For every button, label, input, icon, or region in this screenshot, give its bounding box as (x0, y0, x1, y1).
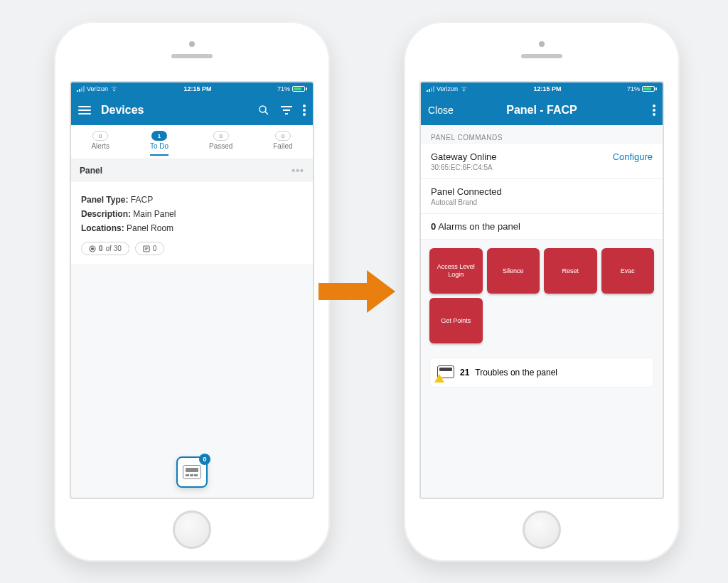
svg-point-14 (653, 109, 655, 112)
notes-count: 0 (153, 245, 157, 252)
page-title: Devices (101, 104, 144, 117)
svg-point-13 (653, 105, 655, 107)
troubles-text: Troubles on the panel (475, 368, 557, 378)
configure-link[interactable]: Configure (613, 151, 653, 162)
section-panel-header: Panel ••• (71, 159, 313, 182)
wifi-icon (460, 86, 468, 92)
phone-speaker (521, 54, 562, 58)
battery-pct: 71% (277, 85, 290, 92)
svg-point-0 (259, 106, 266, 112)
status-bar: Verizon 12:15 PM 71% (421, 82, 663, 95)
cmd-access-login[interactable]: Access Level Login (429, 248, 483, 294)
alarms-text: Alarms on the panel (438, 221, 520, 232)
status-bar: Verizon 12:15 PM 71% (71, 82, 313, 95)
floating-panel-button[interactable]: 0 (176, 456, 208, 488)
tab-todo[interactable]: 1 To Do (150, 131, 168, 156)
trouble-icon (437, 365, 454, 380)
prop-desc-label: Description: (81, 209, 131, 219)
tab-label: To Do (150, 142, 168, 150)
row-panel-connected[interactable]: Panel Connected Autocall Brand (421, 179, 663, 214)
target-icon (89, 245, 96, 252)
panel-title: Panel Connected (431, 186, 502, 197)
tab-label: Passed (209, 142, 232, 150)
svg-point-6 (303, 109, 306, 112)
status-tabs: 0 Alerts 1 To Do 0 Passed 0 Failed (71, 125, 313, 159)
filter-icon[interactable] (280, 105, 293, 115)
section-more-icon[interactable]: ••• (291, 165, 304, 176)
page-title: Panel - FACP (506, 104, 577, 117)
tab-label: Alerts (91, 142, 109, 150)
phone-frame-right: Verizon 12:15 PM 71% Close Panel - FACP … (404, 21, 680, 562)
signal-icon (427, 86, 434, 92)
home-button[interactable] (523, 510, 561, 549)
status-time: 12:15 PM (533, 85, 561, 92)
wifi-icon (110, 86, 118, 92)
panel-brand: Autocall Brand (431, 198, 502, 206)
screen-left: Verizon 12:15 PM 71% Devices 0 (70, 81, 314, 499)
menu-icon[interactable] (78, 106, 91, 114)
svg-line-1 (265, 112, 268, 114)
close-button[interactable]: Close (428, 105, 454, 116)
cmd-reset[interactable]: Reset (544, 248, 597, 294)
more-icon[interactable] (303, 105, 306, 116)
carrier-label: Verizon (437, 85, 458, 92)
tab-count: 0 (275, 131, 291, 141)
prop-loc-value: Panel Room (127, 223, 173, 233)
prop-type-value: FACP (131, 195, 153, 205)
tab-count: 0 (213, 131, 229, 141)
panel-commands-heading: PANEL COMMANDS (421, 125, 663, 144)
section-title: Panel (80, 166, 102, 176)
search-icon[interactable] (257, 104, 270, 117)
prop-type-label: Panel Type: (81, 195, 128, 205)
battery-icon (642, 86, 657, 92)
note-icon (143, 245, 150, 252)
screen-right: Verizon 12:15 PM 71% Close Panel - FACP … (419, 81, 664, 499)
svg-point-5 (303, 105, 306, 107)
gateway-mac: 30:65:EC:6F:C4:5A (431, 164, 497, 171)
gateway-title: Gateway Online (431, 151, 497, 162)
svg-point-9 (92, 247, 94, 250)
chip-progress[interactable]: 0 of 30 (81, 242, 129, 255)
carrier-label: Verizon (87, 85, 108, 92)
device-card[interactable]: Panel Type: FACP Description: Main Panel… (71, 182, 313, 264)
navbar-panel: Close Panel - FACP (421, 95, 663, 125)
progress-of: of 30 (106, 245, 122, 252)
chip-notes[interactable]: 0 (135, 242, 165, 255)
svg-rect-10 (144, 246, 149, 252)
more-icon[interactable] (653, 105, 655, 116)
row-alarms[interactable]: 0 Alarms on the panel (421, 214, 663, 240)
svg-point-15 (653, 113, 655, 116)
row-troubles[interactable]: 21 Troubles on the panel (429, 358, 654, 387)
phone-camera (539, 41, 545, 47)
cmd-silence[interactable]: Silence (487, 248, 540, 294)
tab-count: 1 (151, 131, 167, 141)
signal-icon (77, 86, 85, 92)
floating-badge: 0 (199, 454, 210, 465)
command-grid: Access Level Login Silence Reset Evac Ge… (421, 240, 663, 352)
phone-camera (189, 41, 195, 47)
cmd-get-points[interactable]: Get Points (429, 298, 483, 343)
cmd-evac[interactable]: Evac (601, 248, 655, 294)
home-button[interactable] (173, 510, 211, 549)
tab-alerts[interactable]: 0 Alerts (91, 131, 109, 156)
troubles-count: 21 (460, 368, 469, 378)
navbar-devices: Devices (71, 95, 313, 125)
phone-speaker (171, 54, 213, 58)
alarms-count: 0 (431, 221, 436, 232)
battery-pct: 71% (627, 85, 640, 92)
row-gateway[interactable]: Gateway Online 30:65:EC:6F:C4:5A Configu… (421, 144, 663, 179)
tab-passed[interactable]: 0 Passed (209, 131, 232, 156)
prop-loc-label: Locations: (81, 223, 124, 233)
transition-arrow (318, 270, 404, 313)
progress-done: 0 (99, 245, 103, 252)
status-time: 12:15 PM (183, 85, 211, 92)
panel-icon (183, 465, 201, 479)
tab-count: 0 (92, 131, 108, 141)
battery-icon (292, 86, 307, 92)
prop-desc-value: Main Panel (133, 209, 176, 219)
tab-failed[interactable]: 0 Failed (273, 131, 292, 156)
phone-frame-left: Verizon 12:15 PM 71% Devices 0 (54, 21, 330, 562)
svg-point-7 (303, 113, 306, 116)
tab-label: Failed (273, 142, 292, 150)
